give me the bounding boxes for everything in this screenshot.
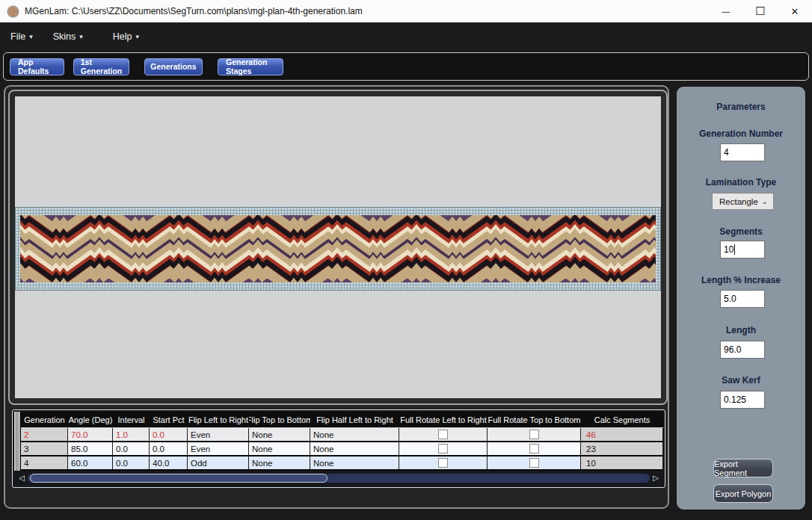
full-rotate-tb-checkbox[interactable] <box>529 458 539 468</box>
text-cursor <box>734 244 735 255</box>
table-header-row: Generation Angle (Deg) Interval Start Pc… <box>21 412 663 428</box>
cell-interval[interactable]: 0.0 <box>113 456 150 469</box>
table-row[interactable]: 2 70.0 1.0 0.0 Even None None 46 <box>21 428 663 442</box>
length-pct-increase-label: Length % Increase <box>677 275 805 285</box>
cell-flip-lr[interactable]: Even <box>188 428 249 441</box>
generation-number-label: Generation Number <box>677 129 805 139</box>
cell-start-pct[interactable]: 0.0 <box>150 442 188 455</box>
toolbar: App Defaults 1st Generation Generations … <box>3 52 809 81</box>
generation-number-input[interactable]: 4 <box>720 143 765 161</box>
cell-angle[interactable]: 70.0 <box>68 428 113 441</box>
menu-file[interactable]: File ▾ <box>10 31 33 42</box>
col-header-full-rotate-tb[interactable]: Full Rotate Top to Bottom <box>487 412 581 427</box>
generation-stages-button[interactable]: Generation Stages <box>218 58 283 75</box>
generation-table-panel: Generation Angle (Deg) Interval Start Pc… <box>12 409 665 488</box>
table-row[interactable]: 3 85.0 0.0 0.0 Even None None 23 <box>21 442 663 456</box>
cell-generation[interactable]: 2 <box>21 428 68 441</box>
cell-full-rotate-lr <box>399 456 487 469</box>
saw-kerf-label: Saw Kerf <box>677 375 805 386</box>
zigzag-band <box>20 215 656 282</box>
cell-angle[interactable]: 85.0 <box>68 442 113 455</box>
scroll-right-icon[interactable]: ▷ <box>650 473 662 483</box>
cell-generation[interactable]: 4 <box>21 456 68 469</box>
parameters-panel: Parameters Generation Number 4 Laminatio… <box>675 85 807 511</box>
col-header-generation[interactable]: Generation <box>21 412 68 427</box>
title-bar: MGenLam: C:\Users\ZZ\Documents\SegTurn.c… <box>0 0 812 22</box>
parameters-title: Parameters <box>677 102 805 112</box>
preview-canvas <box>15 96 661 398</box>
close-icon: ✕ <box>791 6 799 17</box>
cell-full-rotate-tb <box>487 456 581 469</box>
lamination-type-select[interactable]: Rectangle ⌄ <box>712 193 774 210</box>
saw-kerf-input[interactable]: 0.125 <box>720 391 765 409</box>
scrollbar-track[interactable] <box>28 474 650 483</box>
cell-angle[interactable]: 60.0 <box>68 456 113 469</box>
caret-down-icon: ▾ <box>29 33 33 40</box>
minimize-icon: — <box>722 7 731 16</box>
table-row[interactable]: 4 60.0 0.0 40.0 Odd None None 10 <box>21 456 663 471</box>
length-pct-increase-input[interactable]: 5.0 <box>720 290 765 308</box>
length-label: Length <box>677 325 805 335</box>
caret-down-icon: ▾ <box>79 33 83 40</box>
cell-flip-tb[interactable]: None <box>249 428 310 441</box>
col-header-angle[interactable]: Angle (Deg) <box>68 412 113 427</box>
cell-flip-tb[interactable]: None <box>249 456 310 469</box>
preview-canvas-panel <box>8 90 668 405</box>
cell-flip-half-lr[interactable]: None <box>310 456 399 469</box>
menu-help[interactable]: Help ▾ <box>113 31 139 42</box>
col-header-flip-lr[interactable]: Flip Left to Right <box>188 412 249 427</box>
main-left-panel: Generation Angle (Deg) Interval Start Pc… <box>4 85 669 509</box>
cell-start-pct[interactable]: 0.0 <box>150 428 188 441</box>
window-title: MGenLam: C:\Users\ZZ\Documents\SegTurn.c… <box>25 6 363 16</box>
cell-flip-half-lr[interactable]: None <box>310 428 399 441</box>
close-button[interactable]: ✕ <box>778 0 812 22</box>
cell-flip-half-lr[interactable]: None <box>310 442 399 455</box>
lamination-type-label: Lamination Type <box>677 177 805 188</box>
cell-calc-segments[interactable]: 23 <box>581 442 663 455</box>
cell-flip-lr[interactable]: Even <box>188 442 249 455</box>
scrollbar-thumb[interactable] <box>30 474 327 483</box>
full-rotate-tb-checkbox[interactable] <box>529 444 539 454</box>
maximize-icon: ☐ <box>755 4 765 18</box>
export-polygon-button[interactable]: Export Polygon <box>713 484 773 503</box>
menu-skins-label: Skins <box>53 31 76 42</box>
col-header-interval[interactable]: Interval <box>113 412 150 427</box>
cell-full-rotate-tb <box>487 442 581 455</box>
cell-full-rotate-tb <box>487 428 581 441</box>
cell-interval[interactable]: 0.0 <box>113 442 150 455</box>
maximize-button[interactable]: ☐ <box>743 0 778 22</box>
segments-label: Segments <box>677 226 805 237</box>
menu-bar: File ▾ Skins ▾ Help ▾ <box>0 22 812 50</box>
menu-skins[interactable]: Skins ▾ <box>53 31 83 42</box>
minimize-button[interactable]: — <box>709 0 743 22</box>
cell-interval[interactable]: 1.0 <box>113 428 150 441</box>
length-input[interactable]: 96.0 <box>720 341 765 359</box>
horizontal-scrollbar: ◁ ▷ <box>14 473 663 483</box>
menu-help-label: Help <box>113 31 132 42</box>
cell-flip-tb[interactable]: None <box>249 442 310 455</box>
cell-generation[interactable]: 3 <box>21 442 68 455</box>
full-rotate-lr-checkbox[interactable] <box>438 458 448 468</box>
cell-calc-segments[interactable]: 46 <box>581 428 663 441</box>
scroll-left-icon[interactable]: ◁ <box>16 473 28 483</box>
cell-calc-segments[interactable]: 10 <box>581 456 663 469</box>
col-header-start-pct[interactable]: Start Pct <box>150 412 188 427</box>
col-header-flip-tb[interactable]: Flip Top to Bottom <box>249 412 310 427</box>
generations-button[interactable]: Generations <box>144 58 203 75</box>
chevron-down-icon: ⌄ <box>762 197 768 205</box>
full-rotate-tb-checkbox[interactable] <box>529 430 539 439</box>
col-header-flip-half-lr[interactable]: Flip Half Left to Right <box>310 412 399 427</box>
full-rotate-lr-checkbox[interactable] <box>438 444 448 454</box>
row-header-strip <box>14 412 21 471</box>
export-segment-button[interactable]: Export Segment <box>713 459 773 477</box>
col-header-calc-segments[interactable]: Calc Segments <box>581 412 663 427</box>
col-header-full-rotate-lr[interactable]: Full Rotate Left to Right <box>399 412 487 427</box>
cell-start-pct[interactable]: 40.0 <box>150 456 188 469</box>
cell-full-rotate-lr <box>399 442 487 455</box>
cell-flip-lr[interactable]: Odd <box>188 456 249 469</box>
app-defaults-button[interactable]: App Defaults <box>10 58 64 75</box>
full-rotate-lr-checkbox[interactable] <box>438 430 448 439</box>
segments-input[interactable]: 10 <box>720 241 765 259</box>
app-window: MGenLam: C:\Users\ZZ\Documents\SegTurn.c… <box>0 0 812 520</box>
first-generation-button[interactable]: 1st Generation <box>73 58 129 75</box>
